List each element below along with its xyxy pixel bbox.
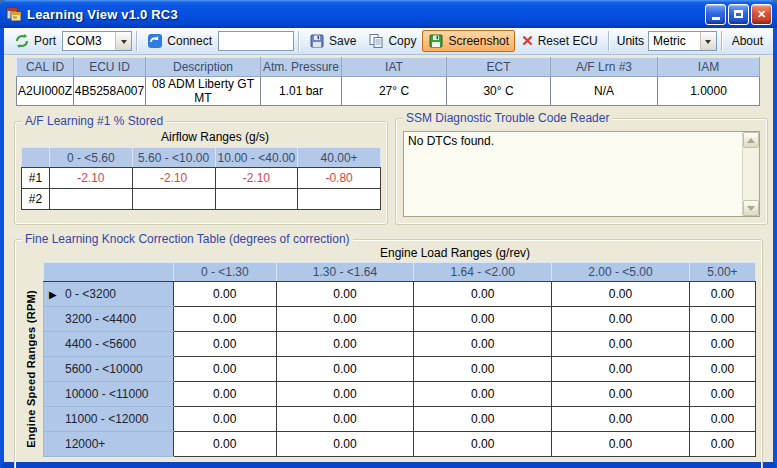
minimize-button[interactable] — [705, 4, 726, 25]
knock-row-header[interactable]: 5600 - <10000 — [44, 357, 174, 382]
connect-address-input[interactable] — [218, 31, 294, 51]
about-label: About — [732, 34, 763, 48]
knock-cell[interactable]: 0.00 — [414, 407, 552, 432]
knock-row-label: 10000 - <11000 — [65, 387, 149, 401]
close-icon: ✕ — [757, 9, 766, 20]
chevron-down-icon[interactable] — [700, 32, 716, 50]
knock-cell[interactable]: 0.00 — [414, 432, 552, 457]
af-cell[interactable] — [298, 189, 381, 210]
knock-cell[interactable]: 0.00 — [276, 282, 414, 307]
about-button[interactable]: About — [726, 31, 769, 51]
knock-row-header[interactable]: 12000+ — [44, 432, 174, 457]
engine-speed-ranges-label: Engine Speed Ranges (RPM) — [19, 262, 43, 457]
airflow-ranges-label: Airflow Ranges (g/s) — [49, 130, 381, 144]
knock-cell[interactable]: 0.00 — [414, 332, 552, 357]
units-select[interactable]: Metric — [648, 31, 717, 51]
knock-cell[interactable]: 0.00 — [276, 307, 414, 332]
knock-cell[interactable]: 0.00 — [174, 282, 277, 307]
af-row-header[interactable]: #2 — [22, 189, 50, 210]
knock-cell[interactable]: 0.00 — [276, 382, 414, 407]
connect-button[interactable]: Connect — [141, 30, 218, 52]
maximize-button[interactable] — [728, 4, 749, 25]
knock-cell[interactable]: 0.00 — [552, 357, 690, 382]
knock-table: 0 - <1.30 1.30 - <1.64 1.64 - <2.00 2.00… — [43, 262, 756, 457]
copy-button[interactable]: Copy — [362, 30, 422, 52]
knock-cell[interactable]: 0.00 — [552, 332, 690, 357]
ecu-id-value: 4B5258A007 — [74, 77, 146, 106]
knock-cell[interactable]: 0.00 — [552, 282, 690, 307]
info-col-header: CAL ID — [17, 58, 74, 77]
knock-cell[interactable]: 0.00 — [276, 407, 414, 432]
knock-cell[interactable]: 0.00 — [174, 332, 277, 357]
knock-cell[interactable]: 0.00 — [552, 432, 690, 457]
knock-cell[interactable]: 0.00 — [689, 432, 755, 457]
title-bar[interactable]: Learning View v1.0 RC3 ✕ — [0, 0, 777, 28]
af-cell[interactable]: -2.10 — [215, 168, 298, 189]
scroll-down-icon[interactable] — [743, 200, 759, 216]
af-cell[interactable]: -0.80 — [298, 168, 381, 189]
knock-cell[interactable]: 0.00 — [414, 357, 552, 382]
knock-row-header[interactable]: 3200 - <4400 — [44, 307, 174, 332]
knock-cell[interactable]: 0.00 — [552, 307, 690, 332]
knock-cell[interactable]: 0.00 — [414, 382, 552, 407]
save-button[interactable]: Save — [303, 30, 362, 52]
maximize-icon — [734, 10, 743, 18]
chevron-down-icon[interactable] — [115, 32, 131, 50]
knock-cell[interactable]: 0.00 — [552, 382, 690, 407]
reset-ecu-button[interactable]: ✕ Reset ECU — [515, 31, 604, 51]
knock-cell[interactable]: 0.00 — [414, 307, 552, 332]
save-floppy-icon — [309, 33, 325, 49]
scroll-up-icon[interactable] — [743, 132, 759, 148]
knock-row-header[interactable]: 4400 - <5600 — [44, 332, 174, 357]
units-label: Units — [613, 34, 648, 48]
knock-row: 10000 - <110000.000.000.000.000.00 — [44, 382, 756, 407]
knock-cell[interactable]: 0.00 — [276, 332, 414, 357]
knock-cell[interactable]: 0.00 — [174, 382, 277, 407]
knock-cell[interactable]: 0.00 — [689, 332, 755, 357]
knock-cell[interactable]: 0.00 — [689, 407, 755, 432]
screenshot-button[interactable]: Screenshot — [422, 30, 515, 52]
port-button[interactable]: Port — [8, 30, 62, 52]
knock-row-label: 12000+ — [65, 437, 105, 451]
af-cell[interactable]: -2.10 — [50, 168, 133, 189]
knock-cell[interactable]: 0.00 — [174, 357, 277, 382]
knock-row: 5600 - <100000.000.000.000.000.00 — [44, 357, 756, 382]
af-row-header[interactable]: #1 — [22, 168, 50, 189]
af-corner-cell — [22, 148, 50, 168]
info-col-header: IAM — [658, 58, 760, 77]
window-title: Learning View v1.0 RC3 — [27, 7, 705, 22]
port-select[interactable]: COM3 — [62, 31, 132, 51]
knock-cell[interactable]: 0.00 — [174, 307, 277, 332]
knock-col-header: 2.00 - <5.00 — [552, 263, 690, 282]
knock-row-label: 0 - <3200 — [65, 287, 116, 301]
knock-cell[interactable]: 0.00 — [552, 407, 690, 432]
knock-col-header: 1.64 - <2.00 — [414, 263, 552, 282]
toolbar: Port COM3 Connect Save — [4, 28, 773, 55]
af-cell[interactable] — [132, 189, 215, 210]
knock-cell[interactable]: 0.00 — [689, 382, 755, 407]
knock-cell[interactable]: 0.00 — [174, 432, 277, 457]
knock-row: ▶0 - <32000.000.000.000.000.00 — [44, 282, 756, 307]
knock-row-header[interactable]: ▶0 - <3200 — [44, 282, 174, 307]
dtc-scrollbar[interactable] — [742, 132, 759, 216]
knock-cell[interactable]: 0.00 — [414, 282, 552, 307]
toolbar-separator — [136, 31, 137, 51]
af-cell[interactable] — [50, 189, 133, 210]
af-cell[interactable] — [215, 189, 298, 210]
info-col-header: Atm. Pressure — [261, 58, 342, 77]
knock-row-header[interactable]: 10000 - <11000 — [44, 382, 174, 407]
dtc-output-field[interactable]: No DTCs found. — [403, 131, 760, 217]
close-button[interactable]: ✕ — [751, 4, 772, 25]
knock-cell[interactable]: 0.00 — [174, 407, 277, 432]
knock-cell[interactable]: 0.00 — [276, 357, 414, 382]
af-col-header: 5.60 - <10.00 — [132, 148, 215, 168]
ecu-info-table: CAL ID ECU ID Description Atm. Pressure … — [16, 57, 760, 106]
knock-row-header[interactable]: 11000 - <12000 — [44, 407, 174, 432]
cal-id-value: A2UI000Z — [17, 77, 74, 106]
knock-cell[interactable]: 0.00 — [689, 357, 755, 382]
knock-cell[interactable]: 0.00 — [689, 307, 755, 332]
knock-cell[interactable]: 0.00 — [689, 282, 755, 307]
knock-row: 3200 - <44000.000.000.000.000.00 — [44, 307, 756, 332]
af-cell[interactable]: -2.10 — [132, 168, 215, 189]
knock-cell[interactable]: 0.00 — [276, 432, 414, 457]
